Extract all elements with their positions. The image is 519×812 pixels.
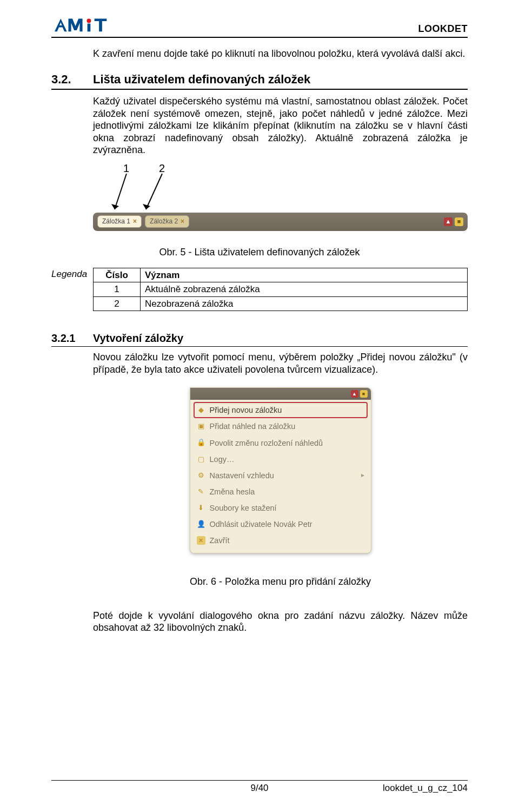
page-number: 9/40 <box>51 782 468 794</box>
section-3-2-paragraph: Každý uživatel dispečerského systému má … <box>93 95 468 156</box>
chevron-right-icon: ▸ <box>361 471 364 479</box>
menu-item-label: Zavřít <box>210 536 230 545</box>
section-3-2-1-paragraph: Novou záložku lze vytvořit pomocí menu, … <box>93 351 468 375</box>
arrow-1 <box>111 174 130 216</box>
menu-item-label: Přidat náhled na záložku <box>210 421 296 431</box>
legend-row-number: 1 <box>94 282 141 296</box>
menu-item-label: Změna hesla <box>210 487 255 497</box>
lock-icon: 🔒 <box>197 439 205 447</box>
menu-item-label: Soubory ke stažení <box>210 503 277 513</box>
menu-item-label: Nastavení vzhledu <box>210 471 274 480</box>
menu-list: ◆ Přidej novou záložku ▣ Přidat náhled n… <box>190 400 371 553</box>
menu-item-add-view[interactable]: ▣ Přidat náhled na záložku <box>194 418 368 434</box>
alert-button[interactable]: ▲ <box>444 217 453 226</box>
menu-item-change-password[interactable]: ✎ Změna hesla <box>194 484 368 500</box>
document-name: LOOKDET <box>418 23 468 35</box>
section-3-2-heading: 3.2. Lišta uživatelem definovaných zálož… <box>51 72 468 87</box>
section-title-text: Lišta uživatelem definovaných záložek <box>93 72 310 87</box>
tag-icon: ◆ <box>197 406 205 414</box>
svg-rect-1 <box>88 24 91 32</box>
intro-paragraph: K zavření menu dojde také po kliknutí na… <box>93 48 468 60</box>
tab-label: Záložka 2 <box>150 217 178 226</box>
svg-point-0 <box>87 19 91 23</box>
download-icon: ⬇ <box>197 504 205 512</box>
intro-block: K zavření menu dojde také po kliknutí na… <box>93 48 468 60</box>
subsection-rule <box>51 346 468 347</box>
legend-row-meaning: Nezobrazená záložka <box>141 296 468 311</box>
legend-label: Legenda <box>51 268 93 311</box>
figure-6-menu: ▲ ■ ◆ Přidej novou záložku ▣ Přidat náhl… <box>190 387 371 553</box>
figure-6-caption: Obr. 6 - Položka menu pro přidání záložk… <box>93 576 468 588</box>
menu-button[interactable]: ■ <box>455 217 463 226</box>
menu-item-appearance[interactable]: ⚙ Nastavení vzhledu ▸ <box>194 467 368 484</box>
tab-bar: Záložka 1 × Záložka 2 × ▲ ■ <box>93 213 468 231</box>
close-icon[interactable]: × <box>181 217 184 226</box>
subsection-number: 3.2.1 <box>51 332 93 345</box>
figure-5: 1 2 Záložka 1 × Záložka 2 × <box>93 162 468 231</box>
tab-zalozka-1[interactable]: Záložka 1 × <box>97 215 142 228</box>
menu-item-allow-layout[interactable]: 🔒 Povolit změnu rozložení náhledů <box>194 435 368 451</box>
pencil-icon: ✎ <box>197 487 205 496</box>
menu-item-label: Přidej novou záložku <box>210 405 282 415</box>
svg-marker-3 <box>111 204 119 209</box>
window-add-icon: ▣ <box>197 422 205 431</box>
menu-item-logs[interactable]: ▢ Logy… <box>194 451 368 467</box>
close-icon[interactable]: × <box>133 217 137 226</box>
alert-button[interactable]: ▲ <box>351 390 358 398</box>
section-rule <box>51 89 468 90</box>
section-number: 3.2. <box>51 72 93 87</box>
trailing-paragraph: Poté dojde k vyvolání dialogového okna p… <box>93 610 468 634</box>
amit-logo <box>51 16 113 35</box>
page-footer: 9/40 lookdet_u_g_cz_104 <box>51 780 468 794</box>
legend-head-meaning: Význam <box>141 268 468 282</box>
legend-table: Číslo Význam 1 Aktuálně zobrazená záložk… <box>93 268 468 311</box>
figure-5-caption: Obr. 5 - Lišta uživatelem definovaných z… <box>51 246 468 259</box>
gear-icon: ⚙ <box>197 471 205 480</box>
section-3-2-1-heading: 3.2.1 Vytvoření záložky <box>51 332 468 345</box>
arrow-2 <box>142 174 165 216</box>
svg-line-2 <box>115 174 127 209</box>
tab-label: Záložka 1 <box>102 217 130 226</box>
legend-row-number: 2 <box>94 296 141 311</box>
menu-item-logout[interactable]: 👤 Odhlásit uživatele Novák Petr <box>194 516 368 532</box>
tab-zalozka-2[interactable]: Záložka 2 × <box>145 215 189 228</box>
menu-item-add-tab[interactable]: ◆ Přidej novou záložku <box>194 402 368 418</box>
table-row: 1 Aktuálně zobrazená záložka <box>94 282 468 296</box>
svg-line-4 <box>146 174 162 209</box>
user-icon: 👤 <box>197 520 205 529</box>
legend-row-meaning: Aktuálně zobrazená záložka <box>141 282 468 296</box>
menu-item-downloads[interactable]: ⬇ Soubory ke stažení <box>194 500 368 516</box>
subsection-title-text: Vytvoření záložky <box>93 332 183 345</box>
menu-item-label: Logy… <box>210 454 235 464</box>
menu-item-label: Odhlásit uživatele Novák Petr <box>210 519 312 529</box>
page-header: LOOKDET <box>51 16 468 38</box>
box-icon: ▢ <box>197 455 205 464</box>
legend-head-number: Číslo <box>94 268 141 282</box>
menu-top-strip: ▲ ■ <box>190 388 371 400</box>
menu-button[interactable]: ■ <box>360 390 368 398</box>
close-icon: × <box>197 536 205 545</box>
svg-marker-5 <box>143 204 150 209</box>
legend-block: Legenda Číslo Význam 1 Aktuálně zobrazen… <box>51 268 468 311</box>
table-row: 2 Nezobrazená záložka <box>94 296 468 311</box>
menu-item-label: Povolit změnu rozložení náhledů <box>210 438 323 448</box>
menu-item-close[interactable]: × Zavřít <box>194 532 368 549</box>
